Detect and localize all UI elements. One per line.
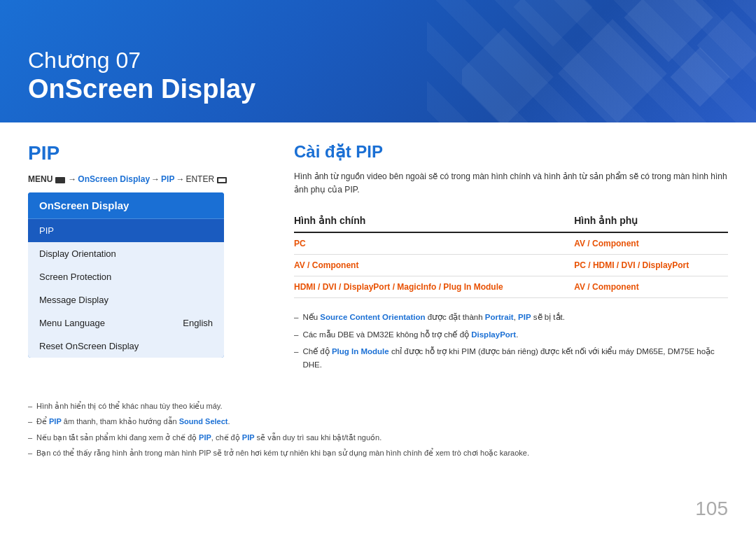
displayport-ref: DisplayPort: [471, 330, 516, 339]
row1-col2: AV / Component: [574, 232, 728, 255]
right-notes: – Nếu Source Content Orientation được đặ…: [294, 311, 728, 371]
right-note-3: – Chế độ Plug In Module chỉ được hỗ trợ …: [294, 345, 728, 371]
pip-table: Hình ảnh chính Hình ảnh phụ PC AV / Comp…: [294, 209, 728, 298]
osd-menu-item-reset[interactable]: Reset OnScreen Display: [28, 335, 224, 358]
table-row: AV / Component PC / HDMI / DVI / Display…: [294, 255, 728, 276]
osd-menu-item-display-orientation-label: Display Orientation: [39, 248, 116, 259]
dash-3: –: [294, 345, 298, 371]
source-content-orientation: Source Content Orientation: [320, 313, 425, 321]
sound-select-ref: Sound Select: [179, 417, 228, 426]
row3-col1: HDMI / DVI / DisplayPort / MagicInfo / P…: [294, 276, 574, 298]
diamond-4: [513, 0, 592, 47]
right-note-1: – Nếu Source Content Orientation được đặ…: [294, 311, 728, 323]
enter-keyword: ENTER: [186, 174, 214, 184]
row2-col1: AV / Component: [294, 255, 574, 276]
osd-menu-item-pip-label: PIP: [39, 225, 54, 236]
pip-ref-bottom: PIP: [49, 417, 62, 426]
right-note-2: – Các mẫu DBE và DM32E không hỗ trợ chế …: [294, 328, 728, 341]
bottom-note-2: Để PIP âm thanh, tham khảo hướng dẫn Sou…: [28, 416, 728, 428]
table-row: PC AV / Component: [294, 232, 728, 255]
row2-col2: PC / HDMI / DVI / DisplayPort: [574, 255, 728, 276]
page-title: OnScreen Display: [28, 73, 255, 106]
plug-in-module-ref: Plug In Module: [332, 347, 389, 356]
bottom-note-4: Bạn có thể thấy rằng hình ảnh trong màn …: [28, 447, 728, 459]
enter-icon: [217, 177, 227, 183]
left-column: PIP MENU → OnScreen Display → PIP → ENTE…: [28, 142, 266, 375]
osd-menu-item-reset-label: Reset OnScreen Display: [39, 341, 139, 351]
osd-menu: OnScreen Display PIP Display Orientation…: [28, 192, 224, 358]
arrow-3: →: [176, 174, 184, 184]
row1-col1: PC: [294, 232, 574, 255]
menu-path: MENU → OnScreen Display → PIP → ENTER: [28, 174, 266, 184]
note1-text: Nếu Source Content Orientation được đặt …: [302, 311, 565, 323]
menu-keyword: MENU: [28, 174, 52, 184]
menu-icon: [55, 177, 65, 183]
pip-ref-bottom-3: PIP: [242, 433, 255, 442]
osd-menu-item-menu-language-value: English: [183, 318, 213, 328]
osd-menu-header: OnScreen Display: [28, 192, 224, 219]
row3-col2: AV / Component: [574, 276, 728, 298]
osd-menu-item-message-display[interactable]: Message Display: [28, 288, 224, 311]
description-text: Hình ảnh từ nguồn video bên ngoài sẽ có …: [294, 170, 728, 197]
bottom-note-3: Nếu bạn tắt sản phẩm khi đang xem ở chế …: [28, 432, 728, 444]
bottom-note-4-text: Bạn có thể thấy rằng hình ảnh trong màn …: [36, 449, 529, 457]
osd-menu-item-screen-protection-label: Screen Protection: [39, 272, 111, 282]
osd-menu-item-menu-language[interactable]: Menu Language English: [28, 311, 224, 335]
page-number: 105: [695, 498, 728, 520]
diamond-6: [462, 27, 554, 122]
col2-header: Hình ảnh phụ: [574, 209, 728, 232]
portrait-text: Portrait: [485, 313, 514, 321]
osd-menu-item-message-display-label: Message Display: [39, 295, 108, 305]
onscreen-display-link: OnScreen Display: [78, 174, 150, 184]
main-content: PIP MENU → OnScreen Display → PIP → ENTE…: [0, 122, 756, 389]
table-row: HDMI / DVI / DisplayPort / MagicInfo / P…: [294, 276, 728, 298]
bottom-notes: Hình ảnh hiển thị có thể khác nhau tùy t…: [0, 389, 756, 470]
bottom-note-1-text: Hình ảnh hiển thị có thể khác nhau tùy t…: [36, 402, 223, 410]
bottom-note-3-text: Nếu bạn tắt sản phẩm khi đang xem ở chế …: [36, 433, 382, 442]
header-title: Chương 07 OnScreen Display: [28, 47, 255, 106]
header-banner: Chương 07 OnScreen Display: [0, 0, 756, 122]
pip-link: PIP: [161, 174, 174, 184]
col1-header: Hình ảnh chính: [294, 209, 574, 232]
osd-menu-item-screen-protection[interactable]: Screen Protection: [28, 265, 224, 288]
cai-dat-heading: Cài đặt PIP: [294, 142, 728, 162]
osd-menu-item-menu-language-label: Menu Language: [39, 318, 105, 328]
right-column: Cài đặt PIP Hình ảnh từ nguồn video bên …: [294, 142, 728, 375]
arrow-1: →: [68, 174, 76, 184]
decorative-diamonds: [462, 0, 756, 122]
osd-menu-item-display-orientation[interactable]: Display Orientation: [28, 242, 224, 265]
pip-heading: PIP: [28, 142, 266, 164]
pip-ref-1: PIP: [518, 313, 531, 321]
dash-1: –: [294, 311, 298, 323]
osd-menu-items: PIP Display Orientation Screen Protectio…: [28, 219, 224, 358]
note3-text: Chế độ Plug In Module chỉ được hỗ trợ kh…: [302, 345, 728, 371]
chapter-label: Chương 07: [28, 47, 255, 73]
osd-menu-item-pip[interactable]: PIP: [28, 219, 224, 242]
note2-text: Các mẫu DBE và DM32E không hỗ trợ chế độ…: [302, 328, 518, 341]
bottom-note-1: Hình ảnh hiển thị có thể khác nhau tùy t…: [28, 400, 728, 412]
bottom-note-2-text: Để PIP âm thanh, tham khảo hướng dẫn Sou…: [36, 417, 230, 426]
pip-ref-bottom-2: PIP: [199, 433, 211, 442]
dash-2: –: [294, 328, 298, 341]
arrow-2: →: [151, 174, 160, 184]
